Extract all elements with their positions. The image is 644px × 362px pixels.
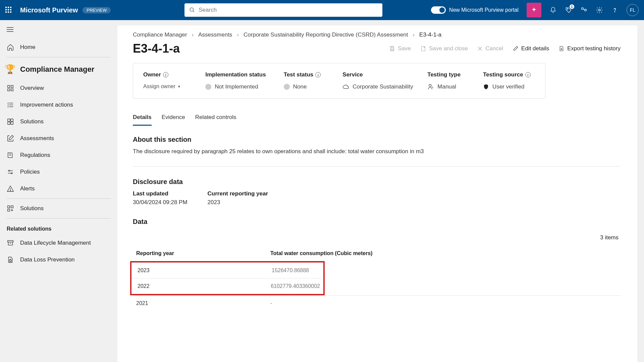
tab-details[interactable]: Details <box>133 111 152 126</box>
sidebar-label: Solutions <box>20 205 44 212</box>
svg-rect-18 <box>11 119 13 121</box>
assign-owner-button[interactable]: Assign owner▾ <box>143 83 192 89</box>
cancel-button: Cancel <box>477 45 503 52</box>
action-label: Edit details <box>521 45 549 52</box>
tab-related-controls[interactable]: Related controls <box>195 111 236 126</box>
cloud-icon <box>342 83 349 90</box>
tasks-button[interactable]: 1 <box>565 6 572 14</box>
sidebar-item-home[interactable]: Home <box>0 39 117 56</box>
app-launcher-icon[interactable] <box>5 7 12 13</box>
help-icon <box>611 7 618 13</box>
sliders-icon <box>7 168 14 176</box>
sidebar-item-improvement[interactable]: Improvement actions <box>0 97 117 113</box>
sidebar-item-assessments[interactable]: Assessments <box>0 130 117 147</box>
export-history-button[interactable]: Export testing history <box>558 45 621 52</box>
sidebar-item-solutions[interactable]: Solutions <box>0 113 117 130</box>
sidebar-label: Regulations <box>20 152 50 159</box>
highlighted-rows: 2023 1526470.86888 2022 6102779.40336000… <box>130 261 325 295</box>
table-row[interactable]: 2022 6102779.403360002 <box>131 278 323 294</box>
sidebar-item-solutions-2[interactable]: Solutions <box>0 200 117 217</box>
apps-icon <box>7 205 14 212</box>
reporting-year-label: Current reporting year <box>208 190 268 197</box>
sidebar-label: Improvement actions <box>20 102 73 108</box>
breadcrumb: Compliance Manager › Assessments › Corpo… <box>133 32 621 38</box>
pencil-icon <box>513 46 519 52</box>
page-actions: Save Save and close Cancel Edit details <box>389 45 621 52</box>
portal-toggle-group: New Microsoft Purview portal <box>431 6 519 14</box>
sidebar-collapse-button[interactable] <box>0 24 117 39</box>
sidebar-item-overview[interactable]: Overview <box>0 80 117 97</box>
sidebar-item-policies[interactable]: Policies <box>0 164 117 180</box>
save-close-button: Save and close <box>420 45 468 52</box>
info-icon[interactable]: i <box>163 72 168 77</box>
svg-point-2 <box>567 8 568 9</box>
sidebar-item-data-loss[interactable]: Data Loss Prevention <box>0 251 117 268</box>
cell-value: 6102779.403360002 <box>271 283 320 289</box>
cell-value: 1526470.86888 <box>272 267 320 274</box>
disclosure-meta: Last updated 30/04/2024 09:28 PM Current… <box>133 190 621 206</box>
impl-status-label: Implementation status <box>205 71 270 78</box>
test-status-value: None <box>284 83 329 90</box>
status-dot-icon <box>284 84 290 90</box>
table-row[interactable]: 2021 - <box>133 295 621 311</box>
service-label: Service <box>342 71 414 78</box>
help-button[interactable] <box>611 6 619 14</box>
sidebar-item-regulations[interactable]: Regulations <box>0 147 117 164</box>
save-button: Save <box>389 45 411 52</box>
close-icon <box>477 46 483 51</box>
user-avatar[interactable]: FL <box>627 4 639 16</box>
portal-toggle[interactable] <box>431 6 446 14</box>
brand-name: Microsoft Purview <box>20 6 78 14</box>
chevron-down-icon: ▾ <box>178 84 180 89</box>
global-header: Microsoft Purview PREVIEW New Microsoft … <box>0 0 644 20</box>
chevron-right-icon: › <box>192 32 194 38</box>
sidebar-label: Assessments <box>20 135 54 142</box>
main-content: Compliance Manager › Assessments › Corpo… <box>117 25 637 362</box>
info-card: Owneri Assign owner▾ Implementation stat… <box>133 63 545 99</box>
tab-evidence[interactable]: Evidence <box>162 111 185 126</box>
search-box[interactable] <box>184 3 382 17</box>
svg-rect-11 <box>11 85 13 87</box>
sidebar-label: Policies <box>20 169 40 175</box>
cell-year: 2022 <box>138 283 271 289</box>
gear-icon <box>596 6 603 14</box>
breadcrumb-item[interactable]: Compliance Manager <box>133 32 187 38</box>
disclosure-heading: Disclosure data <box>133 178 621 186</box>
notifications-button[interactable] <box>549 6 557 14</box>
svg-line-1 <box>193 11 194 12</box>
copilot-button[interactable] <box>527 3 541 17</box>
about-heading: About this section <box>133 136 621 143</box>
trophy-icon: 🏆 <box>5 64 15 74</box>
svg-point-24 <box>9 170 10 172</box>
sidebar-label: Overview <box>20 85 44 92</box>
tasks-badge: 1 <box>570 4 574 9</box>
divider <box>7 198 111 199</box>
sidebar: Home 🏆 Compliance Manager Overview Impro… <box>0 20 117 362</box>
person-icon <box>427 83 434 90</box>
column-header-consumption[interactable]: Total water consumption (Cubic meters) <box>270 250 617 256</box>
hamburger-icon <box>7 27 13 32</box>
search-input[interactable] <box>199 7 378 13</box>
sidebar-section-title: Compliance Manager <box>20 65 94 74</box>
home-icon <box>7 44 14 51</box>
settings-button[interactable] <box>596 6 603 14</box>
table-row[interactable]: 2023 1526470.86888 <box>131 262 323 278</box>
breadcrumb-item[interactable]: Corporate Sustainability Reporting Direc… <box>244 32 408 38</box>
sidebar-item-alerts[interactable]: Alerts <box>0 180 117 197</box>
column-header-year[interactable]: Reporting year <box>136 250 270 256</box>
sidebar-section-compliance[interactable]: 🏆 Compliance Manager <box>0 59 117 80</box>
svg-point-26 <box>11 173 12 174</box>
testing-type-value: Manual <box>427 83 470 90</box>
preview-badge: PREVIEW <box>83 7 111 13</box>
assessment-icon <box>7 135 14 142</box>
info-icon[interactable]: i <box>315 72 321 77</box>
edit-details-button[interactable]: Edit details <box>513 45 549 52</box>
info-icon[interactable]: i <box>525 72 531 77</box>
breadcrumb-item[interactable]: Assessments <box>198 32 232 38</box>
sidebar-label: Alerts <box>20 185 35 192</box>
bell-icon <box>550 7 556 13</box>
connections-button[interactable] <box>580 6 588 14</box>
last-updated-label: Last updated <box>133 190 187 197</box>
book-icon <box>7 152 14 159</box>
sidebar-item-data-lifecycle[interactable]: Data Lifecycle Management <box>0 235 117 251</box>
